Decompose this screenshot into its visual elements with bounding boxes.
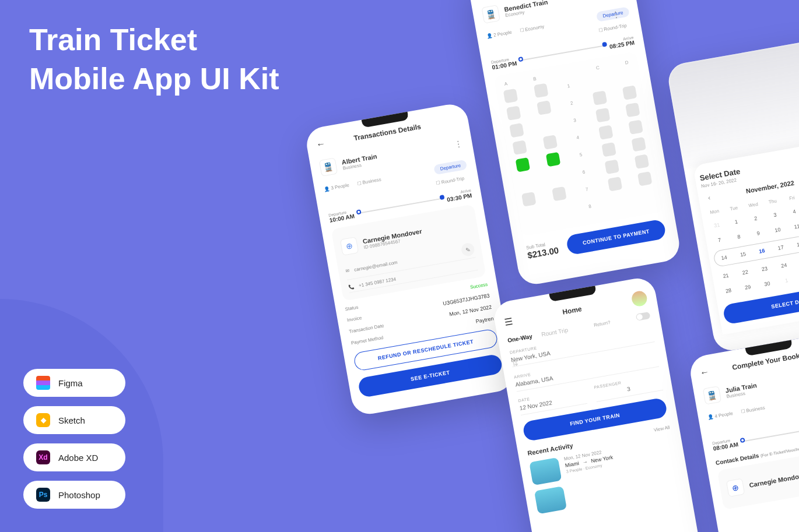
payment-method: Paytren	[475, 316, 494, 325]
activity-thumbnail	[534, 486, 567, 514]
seat[interactable]	[542, 135, 557, 149]
adobexd-icon: Xd	[36, 450, 50, 464]
status-badge: Success	[469, 281, 488, 290]
seat[interactable]	[509, 123, 524, 138]
seat[interactable]	[533, 83, 548, 98]
back-icon[interactable]: ←	[315, 138, 326, 150]
adobexd-label: Adobe XD	[58, 453, 98, 463]
seat[interactable]	[595, 108, 609, 122]
trainpost-icon: 🚆	[481, 5, 500, 23]
seat[interactable]	[521, 192, 536, 206]
people-chip: 👤 3 People	[324, 182, 350, 192]
seat[interactable]	[625, 103, 640, 117]
roundtrip-chip[interactable]: ☐ Round-Trip	[593, 20, 632, 36]
seat[interactable]	[637, 171, 652, 186]
contact-name: Carnegie Mondover	[749, 471, 799, 489]
seat[interactable]	[545, 152, 560, 167]
people-chip: 👤 4 People	[707, 411, 734, 420]
cal-month: November, 2022	[745, 179, 795, 195]
sketch-icon: ◆	[36, 413, 50, 427]
seat[interactable]	[622, 85, 637, 100]
trainpost-icon: 🚆	[703, 386, 721, 404]
seat[interactable]	[607, 177, 622, 191]
seat[interactable]	[632, 137, 646, 152]
business-chip[interactable]: ☐ Business	[352, 174, 387, 189]
photoshop-label: Photoshop	[58, 490, 100, 500]
seat[interactable]	[503, 89, 518, 103]
invoice-value: U3G6537JJHG3783	[443, 293, 490, 306]
economy-chip[interactable]: ☐ Economy	[514, 21, 550, 37]
menu-icon[interactable]: ☰	[503, 316, 513, 328]
trainpost-icon: 🚆	[319, 158, 338, 177]
seat[interactable]	[552, 186, 566, 201]
seat[interactable]	[512, 140, 527, 154]
col-a: A	[504, 81, 508, 87]
figma-label: Figma	[58, 378, 83, 388]
badge-sketch: ◆ Sketch	[23, 406, 125, 434]
seat[interactable]	[592, 90, 607, 105]
badge-photoshop: Ps Photoshop	[23, 481, 125, 509]
departure-chip[interactable]: Departure	[434, 160, 468, 175]
seat[interactable]	[598, 125, 613, 140]
cal-prev-icon[interactable]: ‹	[703, 193, 716, 203]
seat[interactable]	[506, 105, 521, 120]
return-label: Return?	[593, 319, 611, 327]
screen-home: ☰ Home One-Way Rount Trip Return? DEPART…	[492, 276, 701, 532]
tab-roundtrip[interactable]: Rount Trip	[541, 326, 568, 337]
seat[interactable]	[635, 154, 649, 169]
screen-select-seat: Select Seat 🚆 Benedict Train Economy ⋮ 👤…	[467, 0, 682, 287]
back-icon[interactable]: ←	[699, 367, 710, 379]
figma-icon	[36, 376, 50, 390]
col-d: D	[625, 60, 629, 66]
view-all-link[interactable]: View All	[653, 425, 671, 435]
more-icon[interactable]: ⋮	[611, 9, 621, 20]
more-icon[interactable]: ⋮	[454, 139, 464, 149]
badge-adobexd: Xd Adobe XD	[23, 443, 125, 471]
avatar-icon: ⊕	[726, 478, 745, 497]
return-toggle[interactable]	[636, 312, 651, 321]
page-title: Train Ticket Mobile App UI Kit	[29, 23, 279, 96]
avatar-icon: ⊕	[340, 237, 359, 255]
seat[interactable]	[601, 142, 616, 157]
seat[interactable]	[604, 160, 619, 174]
title-line2: Mobile App UI Kit	[29, 62, 279, 96]
contact-sub: (For E-Ticket/Voucher)	[760, 446, 799, 458]
screen-transactions: ← Transactions Details 🚆 Albert Train Bu…	[304, 101, 516, 417]
screen-booking: ← Complete Your Booking 🚆 Julia Train Bu…	[688, 330, 799, 532]
title-line1: Train Ticket	[29, 23, 279, 57]
people-chip: 👤 2 People	[486, 30, 512, 39]
home-title: Home	[562, 305, 582, 316]
seat[interactable]	[537, 100, 551, 115]
col-b: B	[533, 76, 537, 82]
sketch-label: Sketch	[58, 415, 85, 425]
recent-title: Recent Activity	[527, 442, 573, 457]
tab-oneway[interactable]: One-Way	[507, 333, 532, 343]
roundtrip-chip[interactable]: ☐ Round-Trip	[430, 172, 469, 189]
avatar[interactable]	[630, 290, 648, 307]
badge-figma: Figma	[23, 369, 125, 397]
seat[interactable]	[516, 157, 530, 172]
seat[interactable]	[628, 119, 643, 134]
col-c: C	[595, 65, 600, 71]
activity-thumbnail	[529, 457, 562, 485]
business-chip[interactable]: ☐ Business	[735, 402, 770, 418]
transaction-date: Mon, 12 Nov 2022	[449, 304, 492, 318]
photoshop-icon: Ps	[36, 488, 50, 502]
edit-icon[interactable]: ✎	[460, 242, 475, 257]
screen-select-date: Select Date Nov 16- 20, 2022 ‹ November,…	[666, 38, 799, 353]
